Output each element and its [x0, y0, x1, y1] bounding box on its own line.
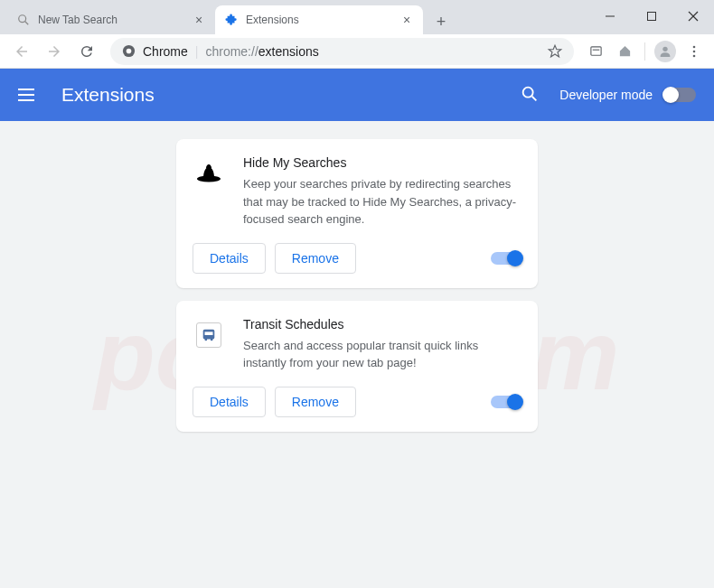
svg-rect-9 — [592, 50, 599, 51]
svg-point-13 — [693, 54, 696, 57]
svg-point-12 — [693, 50, 696, 52]
search-icon — [16, 13, 31, 27]
address-scheme: chrome:// — [205, 44, 258, 59]
address-prefix: Chrome — [143, 44, 188, 59]
remove-button[interactable]: Remove — [275, 243, 356, 274]
browser-tab[interactable]: New Tab Search × — [7, 5, 215, 34]
svg-point-19 — [205, 338, 208, 341]
tab-title: Extensions — [246, 14, 396, 26]
new-tab-button[interactable]: + — [428, 9, 454, 34]
browser-tab-active[interactable]: Extensions × — [215, 5, 423, 34]
extensions-header: Extensions Developer mode — [0, 69, 714, 121]
developer-mode-label: Developer mode — [559, 88, 653, 102]
svg-rect-18 — [205, 331, 213, 335]
extension-toolbar-icon[interactable] — [583, 39, 608, 64]
hamburger-menu-icon[interactable] — [18, 84, 40, 106]
bus-icon — [193, 319, 225, 351]
extension-description: Keep your searches private by redirectin… — [243, 175, 521, 229]
tab-title: New Tab Search — [38, 14, 188, 26]
svg-point-14 — [523, 88, 533, 98]
maximize-button[interactable] — [631, 0, 672, 33]
remove-button[interactable]: Remove — [275, 387, 356, 417]
profile-avatar[interactable] — [653, 39, 678, 64]
page-title: Extensions — [61, 84, 520, 106]
details-button[interactable]: Details — [193, 387, 266, 417]
hat-icon — [193, 157, 225, 190]
extension-toolbar-icon-2[interactable] — [612, 39, 637, 64]
svg-line-5 — [25, 22, 29, 25]
toggle-knob — [662, 87, 679, 103]
back-button[interactable] — [7, 37, 36, 66]
close-window-button[interactable] — [672, 0, 714, 33]
extension-name: Transit Schedules — [243, 317, 521, 331]
extension-description: Search and access popular transit quick … — [243, 337, 521, 372]
extensions-content: pcrisk.com Hide My Searches Keep your se… — [0, 121, 714, 588]
svg-line-15 — [532, 97, 537, 101]
svg-point-20 — [211, 338, 213, 341]
toggle-knob — [507, 250, 523, 266]
search-icon[interactable] — [520, 84, 541, 106]
extension-toggle[interactable] — [491, 396, 521, 408]
svg-point-11 — [693, 45, 696, 48]
svg-point-10 — [662, 46, 667, 51]
svg-rect-8 — [590, 47, 600, 55]
svg-point-4 — [19, 15, 26, 23]
svg-point-7 — [126, 49, 131, 54]
bookmark-star-icon[interactable] — [547, 43, 563, 60]
tab-close-icon[interactable]: × — [399, 13, 414, 27]
chrome-icon — [121, 44, 136, 59]
extension-card: Transit Schedules Search and access popu… — [176, 301, 538, 432]
developer-mode-toggle[interactable] — [663, 88, 696, 102]
kebab-menu-icon[interactable] — [681, 39, 707, 64]
extension-toggle[interactable] — [491, 252, 521, 265]
svg-rect-1 — [648, 13, 656, 21]
puzzle-icon — [224, 13, 239, 27]
extension-name: Hide My Searches — [243, 155, 521, 170]
tab-close-icon[interactable]: × — [192, 13, 206, 27]
minimize-button[interactable] — [589, 0, 631, 33]
toolbar-divider — [644, 42, 645, 61]
details-button[interactable]: Details — [193, 243, 266, 274]
forward-button[interactable] — [40, 37, 69, 66]
address-path: extensions — [258, 44, 319, 59]
browser-toolbar: Chrome | chrome://extensions — [0, 34, 714, 69]
window-controls — [589, 0, 714, 33]
reload-button[interactable] — [72, 37, 101, 66]
toggle-knob — [507, 394, 523, 410]
extension-card: Hide My Searches Keep your searches priv… — [176, 139, 538, 288]
address-bar[interactable]: Chrome | chrome://extensions — [110, 38, 574, 65]
